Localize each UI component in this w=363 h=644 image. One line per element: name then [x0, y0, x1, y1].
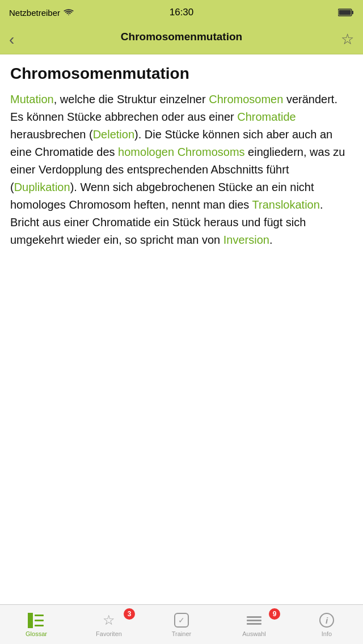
- tab-bar: Glossar 3 ☆ Favoriten ✓ Trainer 9 Auswah…: [0, 604, 363, 644]
- link-homologen-chromosoms[interactable]: homologen Chromosoms: [118, 146, 244, 158]
- status-time: 16:30: [170, 7, 194, 18]
- glossar-icon: [28, 612, 45, 629]
- article-title: Chromosomenmutation: [10, 65, 353, 83]
- battery-icon: [338, 9, 354, 16]
- tab-info-label: Info: [322, 630, 332, 637]
- trainer-icon: ✓: [173, 612, 190, 629]
- carrier-label: Netzbetreiber: [9, 8, 60, 18]
- link-deletion[interactable]: Deletion: [93, 128, 134, 141]
- favoriten-badge: 3: [124, 608, 135, 620]
- link-chromatide[interactable]: Chromatide: [237, 111, 296, 123]
- nav-bar: ‹ Chromosomenmutation ☆: [0, 25, 363, 54]
- status-bar: Netzbetreiber 16:30: [0, 0, 363, 25]
- tab-favoriten[interactable]: 3 ☆ Favoriten: [73, 605, 145, 645]
- tab-trainer-label: Trainer: [172, 630, 191, 637]
- tab-auswahl[interactable]: 9 Auswahl: [218, 605, 290, 645]
- article-content: Chromosomenmutation Mutation, welche die…: [0, 54, 363, 604]
- article-body: Mutation, welche die Struktur einzelner …: [10, 91, 353, 249]
- tab-auswahl-label: Auswahl: [242, 630, 266, 637]
- favorite-button[interactable]: ☆: [341, 31, 354, 48]
- svg-rect-1: [339, 10, 351, 15]
- tab-glossar-label: Glossar: [26, 630, 47, 637]
- tab-glossar[interactable]: Glossar: [0, 605, 73, 645]
- favoriten-icon: ☆: [100, 612, 117, 629]
- tab-trainer[interactable]: ✓ Trainer: [145, 605, 218, 645]
- wifi-icon: [64, 9, 74, 16]
- link-translokation[interactable]: Translokation: [252, 198, 320, 211]
- nav-title: Chromosomenmutation: [121, 31, 242, 43]
- link-duplikation[interactable]: Duplikation: [14, 181, 70, 193]
- link-inversion[interactable]: Inversion: [223, 234, 269, 246]
- back-button[interactable]: ‹: [9, 32, 14, 48]
- tab-favoriten-label: Favoriten: [96, 630, 122, 637]
- auswahl-icon: [246, 612, 263, 629]
- svg-rect-2: [352, 11, 354, 14]
- carrier-wifi: Netzbetreiber: [9, 8, 74, 18]
- link-mutation[interactable]: Mutation: [10, 93, 54, 105]
- info-icon: i: [318, 612, 335, 629]
- tab-info[interactable]: i Info: [290, 605, 363, 645]
- battery-area: [338, 9, 354, 16]
- link-chromosomen[interactable]: Chromosomen: [209, 93, 283, 105]
- auswahl-badge: 9: [269, 608, 280, 620]
